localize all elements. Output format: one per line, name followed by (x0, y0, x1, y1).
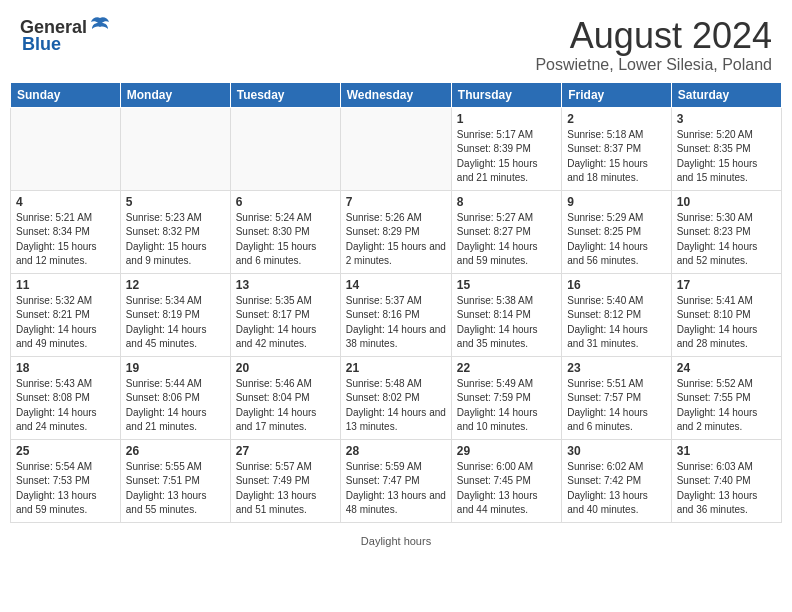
day-number: 1 (457, 112, 556, 126)
day-number: 16 (567, 278, 665, 292)
day-number: 6 (236, 195, 335, 209)
day-info: Sunrise: 5:57 AMSunset: 7:49 PMDaylight:… (236, 460, 335, 518)
day-number: 5 (126, 195, 225, 209)
day-number: 27 (236, 444, 335, 458)
day-info: Sunrise: 5:29 AMSunset: 8:25 PMDaylight:… (567, 211, 665, 269)
day-number: 11 (16, 278, 115, 292)
calendar-table: SundayMondayTuesdayWednesdayThursdayFrid… (10, 82, 782, 523)
logo-bird-icon (89, 12, 111, 38)
calendar-week-row: 11Sunrise: 5:32 AMSunset: 8:21 PMDayligh… (11, 273, 782, 356)
day-number: 31 (677, 444, 776, 458)
day-info: Sunrise: 5:38 AMSunset: 8:14 PMDaylight:… (457, 294, 556, 352)
calendar-week-row: 1Sunrise: 5:17 AMSunset: 8:39 PMDaylight… (11, 107, 782, 190)
logo: General Blue (20, 16, 111, 55)
location: Poswietne, Lower Silesia, Poland (535, 56, 772, 74)
calendar-day-cell: 27Sunrise: 5:57 AMSunset: 7:49 PMDayligh… (230, 439, 340, 522)
day-info: Sunrise: 5:46 AMSunset: 8:04 PMDaylight:… (236, 377, 335, 435)
logo-blue: Blue (22, 34, 61, 55)
day-info: Sunrise: 5:44 AMSunset: 8:06 PMDaylight:… (126, 377, 225, 435)
day-number: 10 (677, 195, 776, 209)
day-info: Sunrise: 5:54 AMSunset: 7:53 PMDaylight:… (16, 460, 115, 518)
day-info: Sunrise: 5:20 AMSunset: 8:35 PMDaylight:… (677, 128, 776, 186)
daylight-label: Daylight hours (361, 535, 431, 547)
day-number: 25 (16, 444, 115, 458)
calendar-day-cell: 10Sunrise: 5:30 AMSunset: 8:23 PMDayligh… (671, 190, 781, 273)
calendar-day-cell: 15Sunrise: 5:38 AMSunset: 8:14 PMDayligh… (451, 273, 561, 356)
day-info: Sunrise: 5:49 AMSunset: 7:59 PMDaylight:… (457, 377, 556, 435)
calendar-day-cell: 24Sunrise: 5:52 AMSunset: 7:55 PMDayligh… (671, 356, 781, 439)
calendar-day-cell: 17Sunrise: 5:41 AMSunset: 8:10 PMDayligh… (671, 273, 781, 356)
day-info: Sunrise: 6:03 AMSunset: 7:40 PMDaylight:… (677, 460, 776, 518)
day-number: 14 (346, 278, 446, 292)
calendar-day-cell: 2Sunrise: 5:18 AMSunset: 8:37 PMDaylight… (562, 107, 671, 190)
day-info: Sunrise: 5:43 AMSunset: 8:08 PMDaylight:… (16, 377, 115, 435)
calendar-day-cell: 6Sunrise: 5:24 AMSunset: 8:30 PMDaylight… (230, 190, 340, 273)
footer-note: Daylight hours (10, 531, 782, 555)
day-info: Sunrise: 5:21 AMSunset: 8:34 PMDaylight:… (16, 211, 115, 269)
day-number: 24 (677, 361, 776, 375)
calendar-week-row: 4Sunrise: 5:21 AMSunset: 8:34 PMDaylight… (11, 190, 782, 273)
day-number: 12 (126, 278, 225, 292)
day-info: Sunrise: 5:41 AMSunset: 8:10 PMDaylight:… (677, 294, 776, 352)
day-of-week-header: Monday (120, 82, 230, 107)
title-area: August 2024 Poswietne, Lower Silesia, Po… (535, 16, 772, 74)
calendar-day-cell: 1Sunrise: 5:17 AMSunset: 8:39 PMDaylight… (451, 107, 561, 190)
day-number: 4 (16, 195, 115, 209)
day-number: 28 (346, 444, 446, 458)
day-number: 22 (457, 361, 556, 375)
calendar-day-cell: 29Sunrise: 6:00 AMSunset: 7:45 PMDayligh… (451, 439, 561, 522)
day-of-week-header: Saturday (671, 82, 781, 107)
day-number: 18 (16, 361, 115, 375)
calendar-day-cell: 12Sunrise: 5:34 AMSunset: 8:19 PMDayligh… (120, 273, 230, 356)
calendar-day-cell: 3Sunrise: 5:20 AMSunset: 8:35 PMDaylight… (671, 107, 781, 190)
day-of-week-header: Sunday (11, 82, 121, 107)
month-title: August 2024 (535, 16, 772, 56)
calendar-day-cell: 22Sunrise: 5:49 AMSunset: 7:59 PMDayligh… (451, 356, 561, 439)
day-info: Sunrise: 5:55 AMSunset: 7:51 PMDaylight:… (126, 460, 225, 518)
calendar-day-cell: 7Sunrise: 5:26 AMSunset: 8:29 PMDaylight… (340, 190, 451, 273)
day-number: 30 (567, 444, 665, 458)
calendar-day-cell: 16Sunrise: 5:40 AMSunset: 8:12 PMDayligh… (562, 273, 671, 356)
day-number: 19 (126, 361, 225, 375)
day-info: Sunrise: 5:32 AMSunset: 8:21 PMDaylight:… (16, 294, 115, 352)
day-number: 2 (567, 112, 665, 126)
calendar-day-cell: 8Sunrise: 5:27 AMSunset: 8:27 PMDaylight… (451, 190, 561, 273)
day-number: 15 (457, 278, 556, 292)
day-of-week-header: Friday (562, 82, 671, 107)
calendar-day-cell (230, 107, 340, 190)
calendar-wrap: SundayMondayTuesdayWednesdayThursdayFrid… (0, 82, 792, 565)
day-info: Sunrise: 5:17 AMSunset: 8:39 PMDaylight:… (457, 128, 556, 186)
calendar-day-cell: 18Sunrise: 5:43 AMSunset: 8:08 PMDayligh… (11, 356, 121, 439)
day-number: 17 (677, 278, 776, 292)
day-info: Sunrise: 5:37 AMSunset: 8:16 PMDaylight:… (346, 294, 446, 352)
day-of-week-header: Tuesday (230, 82, 340, 107)
calendar-day-cell: 28Sunrise: 5:59 AMSunset: 7:47 PMDayligh… (340, 439, 451, 522)
day-info: Sunrise: 5:18 AMSunset: 8:37 PMDaylight:… (567, 128, 665, 186)
calendar-day-cell: 5Sunrise: 5:23 AMSunset: 8:32 PMDaylight… (120, 190, 230, 273)
calendar-week-row: 25Sunrise: 5:54 AMSunset: 7:53 PMDayligh… (11, 439, 782, 522)
calendar-day-cell: 14Sunrise: 5:37 AMSunset: 8:16 PMDayligh… (340, 273, 451, 356)
day-number: 7 (346, 195, 446, 209)
day-info: Sunrise: 6:02 AMSunset: 7:42 PMDaylight:… (567, 460, 665, 518)
day-number: 13 (236, 278, 335, 292)
day-number: 21 (346, 361, 446, 375)
header: General Blue August 2024 Poswietne, Lowe… (0, 0, 792, 82)
day-info: Sunrise: 5:27 AMSunset: 8:27 PMDaylight:… (457, 211, 556, 269)
day-info: Sunrise: 5:24 AMSunset: 8:30 PMDaylight:… (236, 211, 335, 269)
day-info: Sunrise: 6:00 AMSunset: 7:45 PMDaylight:… (457, 460, 556, 518)
calendar-day-cell: 4Sunrise: 5:21 AMSunset: 8:34 PMDaylight… (11, 190, 121, 273)
calendar-day-cell: 25Sunrise: 5:54 AMSunset: 7:53 PMDayligh… (11, 439, 121, 522)
calendar-day-cell: 30Sunrise: 6:02 AMSunset: 7:42 PMDayligh… (562, 439, 671, 522)
day-number: 8 (457, 195, 556, 209)
day-of-week-header: Wednesday (340, 82, 451, 107)
day-number: 20 (236, 361, 335, 375)
calendar-day-cell (120, 107, 230, 190)
day-of-week-header: Thursday (451, 82, 561, 107)
calendar-day-cell: 26Sunrise: 5:55 AMSunset: 7:51 PMDayligh… (120, 439, 230, 522)
day-number: 26 (126, 444, 225, 458)
calendar-day-cell: 23Sunrise: 5:51 AMSunset: 7:57 PMDayligh… (562, 356, 671, 439)
day-info: Sunrise: 5:35 AMSunset: 8:17 PMDaylight:… (236, 294, 335, 352)
calendar-week-row: 18Sunrise: 5:43 AMSunset: 8:08 PMDayligh… (11, 356, 782, 439)
calendar-day-cell (340, 107, 451, 190)
day-info: Sunrise: 5:23 AMSunset: 8:32 PMDaylight:… (126, 211, 225, 269)
